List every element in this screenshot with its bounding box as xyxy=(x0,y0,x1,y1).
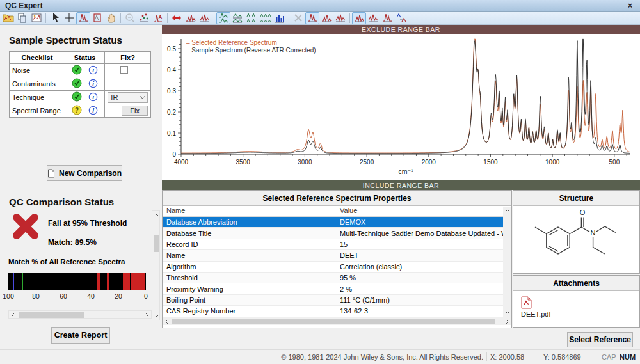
property-row[interactable]: Proximity Warning2 % xyxy=(163,283,511,294)
info-icon[interactable]: i xyxy=(88,106,98,116)
create-report-button[interactable]: Create Report xyxy=(51,327,110,344)
flip-horizontal-button[interactable] xyxy=(170,12,184,24)
histogram-line xyxy=(108,273,109,290)
property-name: CAS Registry Number xyxy=(163,307,336,315)
scroll-right-icon[interactable] xyxy=(503,317,511,326)
peak-labels-view-button[interactable] xyxy=(380,12,394,24)
zoom-range-button[interactable] xyxy=(90,12,104,24)
overlay-spectra-button[interactable] xyxy=(184,12,198,24)
molecule-structure: O N xyxy=(513,206,639,273)
zoom-out-button[interactable] xyxy=(123,12,137,24)
copy-button[interactable] xyxy=(15,12,29,24)
info-icon[interactable]: i xyxy=(88,92,98,103)
svg-text:A: A xyxy=(159,14,163,20)
info-icon[interactable]: i xyxy=(88,79,98,90)
select-cursor-button[interactable] xyxy=(48,12,62,24)
histogram-tick-label: 60 xyxy=(60,292,67,300)
pick-points-button[interactable] xyxy=(137,12,151,24)
scroll-thumb[interactable] xyxy=(172,319,495,324)
scroll-left-icon[interactable] xyxy=(9,311,17,319)
peaks-view-button[interactable] xyxy=(366,12,380,24)
open-file-button[interactable] xyxy=(1,12,15,24)
scroll-right-icon[interactable] xyxy=(143,311,151,319)
qc-vertical-scrollbar[interactable] xyxy=(152,210,160,320)
zoom-peaks-button[interactable] xyxy=(76,12,90,24)
annotate-peak-button[interactable]: A xyxy=(151,12,165,24)
close-icon[interactable]: × xyxy=(625,1,635,10)
toolbar-separator xyxy=(214,13,214,23)
property-row[interactable]: NameDEET xyxy=(163,250,511,261)
split-view-button[interactable] xyxy=(230,12,244,24)
property-name: Name xyxy=(163,251,336,259)
scroll-thumb[interactable] xyxy=(19,312,84,318)
title-bar: QC Expert × xyxy=(0,0,640,12)
histogram-view-button[interactable] xyxy=(273,12,287,24)
subtract-spectra-button[interactable] xyxy=(198,12,212,24)
single-spectrum-view-button[interactable] xyxy=(305,12,319,24)
crosshair-tool-button[interactable] xyxy=(62,12,76,24)
dual-spectrum-view-button[interactable] xyxy=(319,12,333,24)
svg-text:– Selected Reference Spectrum: – Selected Reference Spectrum xyxy=(186,39,277,46)
baseline-view-button[interactable] xyxy=(352,12,366,24)
property-row[interactable]: Record ID15 xyxy=(163,239,511,250)
stacked-view-button[interactable] xyxy=(216,12,230,24)
scroll-thumb[interactable] xyxy=(154,235,159,252)
property-value: 15 xyxy=(336,241,511,248)
svg-text:i: i xyxy=(92,66,94,73)
new-comparison-label: New Comparison xyxy=(59,169,122,178)
pan-hand-button[interactable] xyxy=(104,12,118,24)
scroll-left-icon[interactable] xyxy=(163,317,171,326)
spectrum-plot[interactable]: 4000350030002500200015001000500cm⁻¹00.10… xyxy=(162,34,640,180)
attachment-item[interactable]: DEET.pdf xyxy=(521,296,559,318)
properties-rows: Database AbbreviationDEMOXDatabase Title… xyxy=(163,217,511,317)
multi-grid-view-button[interactable] xyxy=(259,12,273,24)
checklist-item-label: Spectral Range xyxy=(10,104,65,118)
fix-cell xyxy=(105,64,151,77)
fix-checkbox[interactable] xyxy=(120,66,128,74)
transfer-view-button[interactable] xyxy=(394,12,408,24)
property-row[interactable]: AlgorithmCorrelation (classic) xyxy=(163,262,511,273)
exclude-range-bar[interactable]: EXCLUDE RANGE BAR xyxy=(162,25,640,34)
property-name: Database Title xyxy=(163,230,336,237)
property-row[interactable]: Boiling Point111 °C (C/1mm) xyxy=(163,295,511,306)
sample-spectrum-status-title: Sample Spectrum Status xyxy=(9,35,122,45)
hide-overlay-button[interactable] xyxy=(291,12,305,24)
property-row[interactable]: Threshold95 % xyxy=(163,273,511,283)
new-comparison-button[interactable]: New Comparison xyxy=(47,165,122,181)
svg-text:2500: 2500 xyxy=(360,159,374,166)
properties-horizontal-scrollbar[interactable] xyxy=(163,317,511,325)
technique-dropdown[interactable]: IR xyxy=(108,92,148,103)
qc-horizontal-scrollbar[interactable] xyxy=(8,310,152,319)
toolbar-separator xyxy=(167,13,168,23)
scroll-down-icon[interactable] xyxy=(503,308,511,317)
status-warn-icon: ? xyxy=(72,105,82,116)
grid-view-button[interactable] xyxy=(244,12,259,24)
svg-text:2000: 2000 xyxy=(422,159,436,166)
toolbar-separator xyxy=(120,13,121,23)
attachment-filename[interactable]: DEET.pdf xyxy=(521,310,559,318)
property-row[interactable]: Database AbbreviationDEMOX xyxy=(163,217,511,228)
property-row[interactable]: CAS Registry Number134-62-3 xyxy=(163,306,511,317)
column-name[interactable]: Name xyxy=(163,206,336,216)
select-reference-button[interactable]: Select Reference xyxy=(567,332,633,347)
scroll-up-icon[interactable] xyxy=(152,211,161,219)
scroll-down-icon[interactable] xyxy=(152,312,161,320)
include-range-bar[interactable]: INCLUDE RANGE BAR xyxy=(162,180,640,190)
tri-spectrum-view-button[interactable] xyxy=(333,12,348,24)
column-value[interactable]: Value xyxy=(336,206,511,216)
properties-vertical-scrollbar[interactable] xyxy=(503,207,511,317)
spectrum-chart-panel: EXCLUDE RANGE BAR 4000350030002500200015… xyxy=(162,25,640,190)
export-image-button[interactable] xyxy=(29,12,44,24)
histogram-tick-label: 0 xyxy=(144,292,148,300)
property-value: DEMOX xyxy=(336,218,511,226)
histogram-line xyxy=(144,273,145,290)
scroll-up-icon[interactable] xyxy=(503,207,511,215)
fail-x-icon xyxy=(12,212,40,241)
checklist-column-header: Checklist xyxy=(10,52,65,64)
property-row[interactable]: Database TitleMulti-Technique Sadtler De… xyxy=(163,228,511,239)
main-toolbar: A xyxy=(0,12,640,25)
info-icon[interactable]: i xyxy=(88,65,98,76)
svg-text:1000: 1000 xyxy=(545,159,560,166)
fix-button[interactable]: Fix xyxy=(122,106,148,116)
histogram-tick-label: 40 xyxy=(87,292,95,300)
